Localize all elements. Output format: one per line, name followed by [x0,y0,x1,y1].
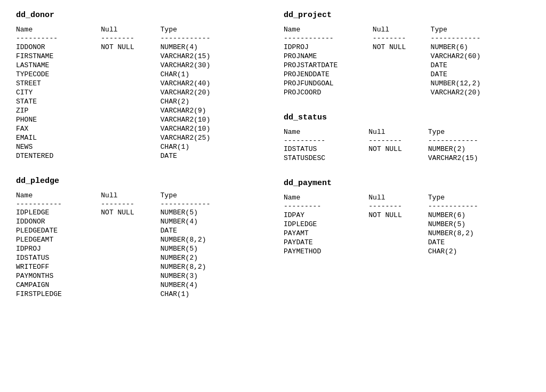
table-row: TYPECODECHAR(1) [16,70,262,79]
table-row: IDDONORNOT NULLNUMBER(4) [16,43,262,52]
col-name: CITY [16,88,101,97]
table-row: PROJCOORDVARCHAR2(20) [284,88,530,97]
col-name: PROJSTARTDATE [284,61,373,70]
col-null: NOT NULL [101,208,160,217]
col-name: LASTNAME [16,61,101,70]
col-name: PLEDGEDATE [16,226,101,235]
col-name: PLEDGEAMT [16,235,101,244]
col-type: NUMBER(5) [160,208,262,217]
col-null: NOT NULL [368,145,428,154]
dd-status-section: dd_status Name Null Type ---------- ----… [284,113,530,163]
separator: ------------ [160,200,262,209]
table-row: PHONEVARCHAR2(10) [16,115,262,124]
col-name: PROJNAME [284,52,373,61]
col-name: IDDONOR [16,43,101,52]
col-type: VARCHAR2(30) [160,61,262,70]
left-column: dd_donor Name Null Type ---------- -----… [16,11,262,315]
col-name: PAYDATE [284,238,368,247]
table-row: FIRSTNAMEVARCHAR2(15) [16,52,262,61]
col-null [101,142,160,151]
table-row: CAMPAIGNNUMBER(4) [16,281,262,290]
col-null [101,70,160,79]
col-name: IDPLEDGE [16,208,101,217]
col-header-type: Type [160,25,262,34]
col-name: EMAIL [16,133,101,142]
col-name: IDPAY [284,211,368,220]
table-row: STATUSDESCVARCHAR2(15) [284,154,530,163]
table-row: IDSTATUSNOT NULLNUMBER(2) [284,145,530,154]
col-type: NUMBER(12,2) [431,79,530,88]
page-layout: dd_donor Name Null Type ---------- -----… [16,11,530,315]
col-header-null: Null [368,127,428,137]
col-header-null: Null [373,25,431,34]
col-null [368,154,428,163]
col-type: CHAR(2) [160,97,262,106]
col-header-name: Name [16,191,101,200]
col-null [101,61,160,70]
col-type: VARCHAR2(10) [160,124,262,133]
col-type: VARCHAR2(20) [431,88,530,97]
col-null [101,290,160,299]
col-null [101,226,160,235]
col-name: PROJENDDATE [284,70,373,79]
col-header-name: Name [284,127,368,137]
col-header-type: Type [428,193,530,202]
col-name: IDPLEDGE [284,220,368,229]
separator: -------- [368,202,428,211]
dd-donor-title: dd_donor [16,11,262,20]
table-row: IDPLEDGENOT NULLNUMBER(5) [16,208,262,217]
col-name: TYPECODE [16,70,101,79]
separator: --------- [284,202,368,211]
separator: ---------- [284,137,368,145]
col-name: FIRSTNAME [16,52,101,61]
col-name: IDPROJ [284,43,373,52]
col-type: NUMBER(2) [428,145,530,154]
col-type: VARCHAR2(15) [160,52,262,61]
col-type: NUMBER(8,2) [160,262,262,271]
col-name: STATE [16,97,101,106]
dd-project-section: dd_project Name Null Type ------------ -… [284,11,530,97]
table-row: PAYDATEDATE [284,238,530,247]
table-row: PAYMETHODCHAR(2) [284,247,530,256]
col-type: NUMBER(4) [160,217,262,226]
dd-pledge-title: dd_pledge [16,177,262,186]
col-type: NUMBER(6) [428,211,530,220]
col-null [101,271,160,281]
col-type: NUMBER(8,2) [160,235,262,244]
col-type: CHAR(1) [160,142,262,151]
col-header-null: Null [101,191,160,200]
dd-donor-section: dd_donor Name Null Type ---------- -----… [16,11,262,161]
col-header-null: Null [368,193,428,202]
col-header-null: Null [101,25,160,34]
dd-status-title: dd_status [284,113,530,122]
col-null [101,79,160,88]
col-null [101,124,160,133]
col-null [373,52,431,61]
table-row: PROJFUNDGOALNUMBER(12,2) [284,79,530,88]
table-row: EMAILVARCHAR2(25) [16,133,262,142]
col-name: NEWS [16,142,101,151]
table-row: PAYMONTHSNUMBER(3) [16,271,262,281]
col-null [368,220,428,229]
col-name: WRITEOFF [16,262,101,271]
col-type: VARCHAR2(40) [160,79,262,88]
table-row: LASTNAMEVARCHAR2(30) [16,61,262,70]
separator: ----------- [16,200,101,209]
col-null [373,88,431,97]
table-row: PLEDGEAMTNUMBER(8,2) [16,235,262,244]
separator: -------- [101,200,160,209]
col-name: ZIP [16,106,101,115]
table-row: STREETVARCHAR2(40) [16,79,262,88]
col-type: DATE [431,61,530,70]
separator: ------------ [431,34,530,43]
table-row: PAYAMTNUMBER(8,2) [284,229,530,238]
col-null [101,151,160,161]
col-type: CHAR(1) [160,70,262,79]
table-row: IDDONORNUMBER(4) [16,217,262,226]
separator: ------------ [284,34,373,43]
col-null [368,247,428,256]
dd-project-title: dd_project [284,11,530,20]
col-name: IDSTATUS [16,253,101,262]
col-header-type: Type [431,25,530,34]
col-name: FIRSTPLEDGE [16,290,101,299]
